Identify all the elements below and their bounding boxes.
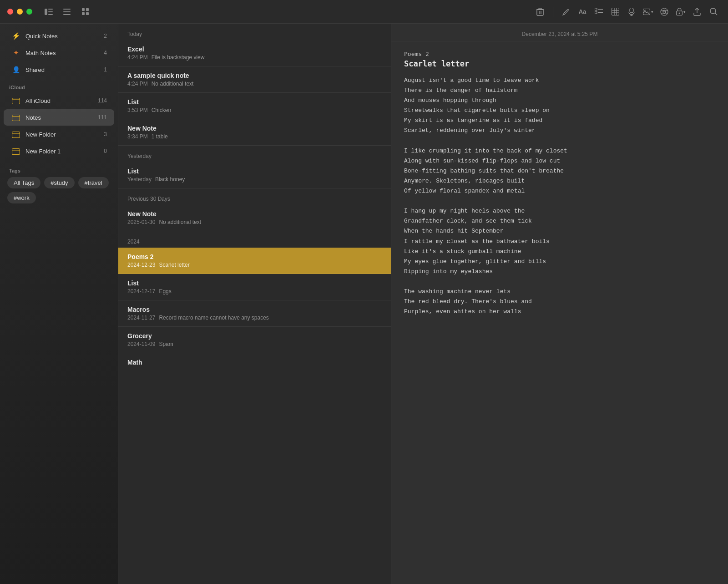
note-preview: File is backstage view — [152, 54, 205, 61]
section-prev-30: Previous 30 Days — [118, 188, 391, 205]
note-preview: Black honey — [155, 176, 185, 183]
math-notes-label: Math Notes — [25, 50, 104, 56]
note-excel[interactable]: Excel 4:24 PM File is backstage view — [118, 40, 391, 66]
shared-count: 1 — [104, 66, 107, 73]
image-chevron-icon: ▾ — [651, 10, 653, 14]
section-yesterday: Yesterday — [118, 146, 391, 162]
note-meta: 2024-12-23 — [127, 262, 155, 268]
note-meta: 2024-12-17 — [127, 288, 155, 295]
sidebar-item-all-icloud[interactable]: All iCloud 114 — [4, 92, 114, 109]
note-meta: Yesterday — [127, 176, 152, 183]
tag-study[interactable]: #study — [44, 177, 74, 188]
note-list-eggs[interactable]: List 2024-12-17 Eggs — [118, 274, 391, 300]
svg-rect-5 — [63, 11, 71, 12]
toolbar-sep-1 — [553, 6, 553, 17]
search-icon[interactable] — [706, 5, 721, 19]
icloud-items: All iCloud 114 Notes 111 — [0, 92, 118, 160]
note-new-note-table[interactable]: New Note 3:34 PM 1 table — [118, 119, 391, 146]
sidebar-item-math-notes[interactable]: ✦ Math Notes 4 — [4, 45, 114, 61]
checklist-icon[interactable] — [592, 5, 606, 19]
tags-grid: All Tags #study #travel #work — [7, 177, 111, 203]
note-meta-row: 3:34 PM 1 table — [127, 133, 382, 140]
note-math[interactable]: Math — [118, 353, 391, 373]
note-macros[interactable]: Macros 2024-11-27 Record macro name cann… — [118, 300, 391, 327]
section-today: Today — [118, 24, 391, 40]
new-folder-1-count: 0 — [104, 148, 107, 154]
section-2024: 2024 — [118, 231, 391, 248]
math-notes-icon: ✦ — [11, 48, 21, 58]
new-folder-1-label: New Folder 1 — [25, 148, 104, 155]
note-meta-row: 2024-11-27 Record macro name cannot have… — [127, 315, 382, 321]
audio-icon[interactable] — [624, 5, 639, 19]
note-list-black-honey[interactable]: List Yesterday Black honey — [118, 162, 391, 188]
tag-work[interactable]: #work — [7, 192, 36, 203]
math-notes-count: 4 — [104, 50, 107, 56]
new-folder-count: 3 — [104, 131, 107, 137]
all-icloud-label: All iCloud — [25, 97, 98, 104]
note-title: Macros — [127, 306, 382, 313]
note-meta-row: Yesterday Black honey — [127, 176, 382, 183]
note-meta-row: 2024-12-17 Eggs — [127, 288, 382, 295]
svg-rect-6 — [63, 14, 71, 15]
delete-icon[interactable] — [533, 5, 547, 19]
sidebar-toggle-icon[interactable] — [41, 5, 56, 19]
lock-chevron-icon: ▾ — [683, 10, 686, 14]
editor-date: December 23, 2024 at 5:25 PM — [522, 31, 598, 37]
note-meta-row: 2024-12-23 Scarlet letter — [127, 262, 382, 268]
note-title: Grocery — [127, 332, 382, 340]
tags-section-header: Tags — [7, 163, 111, 177]
note-new-note-no-text[interactable]: New Note 2025-01-30 No additional text — [118, 205, 391, 231]
sidebar-item-quick-notes[interactable]: ⚡ Quick Notes 2 — [4, 28, 114, 44]
all-icloud-count: 114 — [98, 97, 107, 104]
list-view-icon[interactable] — [60, 5, 74, 19]
new-folder-icon — [11, 129, 21, 139]
new-folder-label: New Folder — [25, 131, 104, 138]
icloud-section-header: iCloud — [0, 78, 118, 92]
tag-all-tags[interactable]: All Tags — [7, 177, 40, 188]
titlebar: Aa — [0, 0, 728, 24]
close-button[interactable] — [7, 9, 13, 15]
sidebar-item-shared[interactable]: 👤 Shared 1 — [4, 61, 114, 78]
editor-poem[interactable]: August isn't a good time to leave work T… — [404, 76, 715, 317]
sidebar-item-new-folder[interactable]: New Folder 3 — [4, 126, 114, 142]
note-meta: 4:24 PM — [127, 81, 148, 87]
note-list-chicken[interactable]: List 3:53 PM Chicken — [118, 93, 391, 119]
note-poems-2[interactable]: Poems 2 2024-12-23 Scarlet letter — [118, 248, 391, 274]
table-icon[interactable] — [608, 5, 622, 19]
note-title: Excel — [127, 46, 382, 53]
svg-rect-36 — [12, 98, 20, 104]
quick-notes-icon: ⚡ — [11, 31, 21, 41]
svg-rect-10 — [86, 12, 89, 15]
tag-travel[interactable]: #travel — [78, 177, 109, 188]
editor-content[interactable]: Poems 2 Scarlet letter August isn't a go… — [391, 41, 728, 584]
svg-point-28 — [644, 10, 646, 11]
svg-rect-40 — [12, 132, 20, 138]
svg-rect-42 — [12, 149, 20, 155]
quick-notes-count: 2 — [104, 33, 107, 39]
traffic-lights — [7, 9, 32, 15]
compose-icon[interactable] — [559, 5, 573, 19]
image-icon[interactable]: ▾ — [641, 5, 655, 19]
sidebar-item-notes[interactable]: Notes 111 — [4, 109, 114, 126]
minimize-button[interactable] — [17, 9, 23, 15]
maximize-button[interactable] — [26, 9, 32, 15]
note-meta: 2024-11-27 — [127, 315, 155, 321]
svg-rect-38 — [12, 115, 20, 121]
note-meta: 2024-11-09 — [127, 341, 155, 347]
note-preview: No additional text — [159, 219, 201, 225]
links-icon[interactable] — [657, 5, 672, 19]
format-icon[interactable]: Aa — [575, 5, 590, 19]
grid-view-icon[interactable] — [78, 5, 92, 19]
note-grocery[interactable]: Grocery 2024-11-09 Spam — [118, 327, 391, 353]
lock-icon[interactable]: ▾ — [673, 5, 688, 19]
sidebar-item-new-folder-1[interactable]: New Folder 1 0 — [4, 143, 114, 159]
notes-count: 111 — [98, 114, 107, 121]
svg-rect-19 — [612, 8, 619, 15]
note-preview: Spam — [159, 341, 173, 347]
note-title: List — [127, 279, 382, 287]
shared-label: Shared — [25, 66, 104, 73]
share-icon[interactable] — [690, 5, 704, 19]
note-preview: No additional text — [152, 81, 194, 87]
shared-icon: 👤 — [11, 65, 21, 75]
note-sample-quick-note[interactable]: A sample quick note 4:24 PM No additiona… — [118, 66, 391, 93]
